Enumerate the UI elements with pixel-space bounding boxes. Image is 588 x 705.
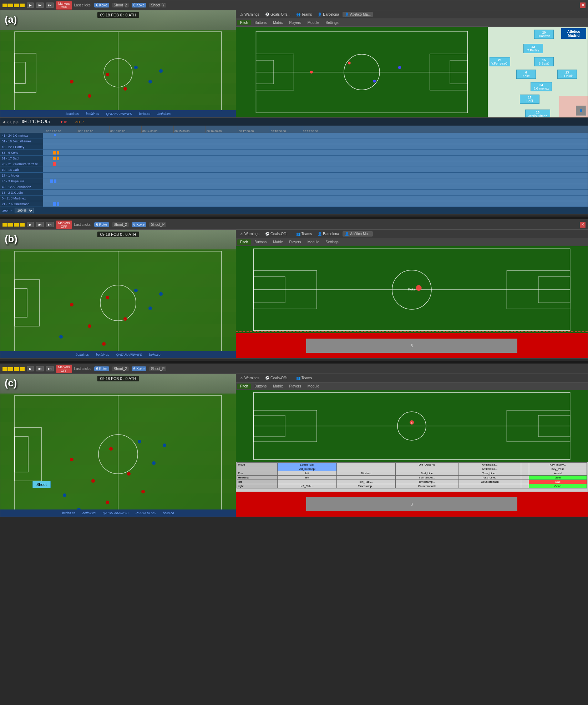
prev-btn-b[interactable]: ⏮ xyxy=(36,222,44,227)
player-15-a[interactable]: 15 S.Savič xyxy=(534,57,554,66)
track-content-koke[interactable] xyxy=(43,150,588,155)
matrix-cell-lefttabl2[interactable]: left_Tabl... xyxy=(278,484,337,488)
player-21-a[interactable]: 21 Y.FerreiraC. xyxy=(490,57,510,66)
nav-atletico-b[interactable]: 👤 Atlético Ma... xyxy=(343,231,373,237)
matrix-cell-empty6[interactable] xyxy=(521,471,529,476)
player-6-a[interactable]: 6 Koke xyxy=(516,70,536,79)
matrix-cell-badline[interactable]: Bad_Line xyxy=(395,471,458,476)
matrix-cell-keypass[interactable]: Key_Pass xyxy=(529,467,587,471)
matrix-cell-antitaktica2[interactable]: Antitaktica... xyxy=(458,467,521,471)
tab-matrix-b[interactable]: Matrix xyxy=(270,239,285,245)
tab-settings-b[interactable]: Settings xyxy=(323,239,341,245)
shoot-button-c[interactable]: Shoot xyxy=(32,481,51,488)
tab-module-c[interactable]: Module xyxy=(305,384,322,389)
tab-players-a[interactable]: Players xyxy=(286,20,304,25)
tab-pitch-b[interactable]: Pitch xyxy=(237,239,251,245)
nav-warnings-a[interactable]: ⚠ Warnings xyxy=(238,12,262,17)
matrix-cell-counterattack2[interactable]: Counterattack xyxy=(395,484,458,488)
tab-buttons-a[interactable]: Buttons xyxy=(252,20,269,25)
track-content-dgodin[interactable] xyxy=(43,190,588,195)
markers-btn-c[interactable]: MarkersOFF xyxy=(56,365,72,373)
matrix-cell-timestamp2[interactable]: Timestamp... xyxy=(337,484,395,488)
matrix-cell-timestamp1[interactable]: Timestamp... xyxy=(395,480,458,484)
track-content-saul[interactable] xyxy=(43,156,588,161)
next-btn-c[interactable]: ⏭ xyxy=(46,366,54,371)
play-btn-a[interactable]: ▶ xyxy=(27,2,34,8)
nav-atletico-a[interactable]: 👤 Atlético Ma... xyxy=(343,12,373,17)
player-18-a[interactable]: 18 JesúsGámez xyxy=(525,110,550,117)
next-btn-b[interactable]: ⏭ xyxy=(46,222,54,227)
next-btn-a[interactable]: ⏭ xyxy=(46,2,54,8)
tab-pitch-c[interactable]: Pitch xyxy=(237,384,251,389)
prev-btn-c[interactable]: ⏮ xyxy=(36,366,44,371)
play-btn-b[interactable]: ▶ xyxy=(27,222,34,227)
player-20-a[interactable]: 20 Juanfran xyxy=(534,30,554,39)
tab-players-c[interactable]: Players xyxy=(286,384,304,389)
matrix-cell-tossline2[interactable]: Toss_Line... xyxy=(458,476,521,480)
click-tag-a-3[interactable]: 6 Koke xyxy=(132,3,146,7)
matrix-cell-empty1[interactable] xyxy=(337,463,395,467)
matrix-cell-empty2[interactable] xyxy=(521,463,529,467)
close-btn-a[interactable]: ✕ xyxy=(580,2,586,8)
tab-matrix-a[interactable]: Matrix xyxy=(270,20,285,25)
matrix-cell-lefttabl1[interactable]: left_Tabl... xyxy=(337,480,395,484)
matrix-cell-valintercept[interactable]: Val_Intercept xyxy=(278,467,337,471)
tab-pitch-a[interactable]: Pitch xyxy=(237,20,251,25)
player-13-a[interactable]: 13 J.Oblak xyxy=(557,70,577,79)
player-17-a[interactable]: 17 Saúl xyxy=(520,95,539,104)
matrix-cell-empty12[interactable] xyxy=(521,484,529,488)
matrix-cell-empty7[interactable] xyxy=(337,476,395,480)
matrix-cell-left1[interactable]: left xyxy=(278,471,337,476)
matrix-cell-counterattack1[interactable]: Counterattack xyxy=(458,480,521,484)
click-tag-a-4[interactable]: Shoot_Y xyxy=(149,3,166,7)
tab-settings-a[interactable]: Settings xyxy=(323,20,341,25)
player-22-a[interactable]: 22 T.Partey xyxy=(523,44,543,53)
track-content-ferreira[interactable] xyxy=(43,161,588,167)
tab-buttons-c[interactable]: Buttons xyxy=(252,384,269,389)
matrix-cell-blocked[interactable]: Blocked xyxy=(337,471,395,476)
click-tag-b-4[interactable]: Shoot_P xyxy=(149,222,166,227)
matrix-cell-empty5[interactable] xyxy=(521,467,529,471)
tab-module-a[interactable]: Module xyxy=(305,20,322,25)
matrix-cell-diffopport[interactable]: Diff_Opportu xyxy=(395,463,458,467)
matrix-cell-buffshoot[interactable]: Buff_Shoot... xyxy=(395,476,458,480)
tab-buttons-b[interactable]: Buttons xyxy=(252,239,269,245)
markers-btn-b[interactable]: MarkersOFF xyxy=(56,220,72,229)
tab-players-b[interactable]: Players xyxy=(286,239,304,245)
nav-goals-a[interactable]: ⚽ Goals-Offs... xyxy=(263,12,293,17)
play-btn-c[interactable]: ▶ xyxy=(27,366,34,371)
click-tag-c-3[interactable]: 6 Koke xyxy=(132,366,146,371)
track-content-jmartinez[interactable] xyxy=(43,196,588,201)
matrix-cell-good[interactable]: Good xyxy=(529,484,587,488)
track-content-gimenez[interactable] xyxy=(43,133,588,138)
matrix-cell-empty8[interactable] xyxy=(521,476,529,480)
track-content-tpartey[interactable] xyxy=(43,144,588,149)
tab-module-b[interactable]: Module xyxy=(305,239,322,245)
matrix-cell-empty10[interactable] xyxy=(521,480,529,484)
click-tag-a-2[interactable]: Shoot_2 xyxy=(112,3,129,7)
tab-matrix-c[interactable]: Matrix xyxy=(270,384,285,389)
click-tag-a-1[interactable]: 6 Koke xyxy=(94,3,109,7)
nav-warnings-b[interactable]: ⚠ Warnings xyxy=(238,231,262,237)
matrix-cell-goal[interactable]: Goal xyxy=(529,476,587,480)
click-tag-c-4[interactable]: Shoot_P xyxy=(149,366,166,371)
red-zone-inner-b[interactable]: B xyxy=(306,339,517,353)
matrix-cell-empty9[interactable] xyxy=(278,480,337,484)
click-tag-c-1[interactable]: 6 Koke xyxy=(94,366,109,371)
markers-btn-a[interactable]: MarkersOFF xyxy=(56,1,72,10)
nav-barcelona-b[interactable]: 👤 Barcelona xyxy=(315,231,341,237)
click-tag-c-2[interactable]: Shoot_2 xyxy=(112,366,129,371)
matrix-cell-bad[interactable]: Bad xyxy=(529,480,587,484)
close-btn-b[interactable]: ✕ xyxy=(580,222,586,228)
zoom-select-a[interactable]: 100 % 50 % 200 % xyxy=(15,208,34,213)
matrix-cell-empty11[interactable] xyxy=(458,484,521,488)
red-zone-inner-c[interactable]: B xyxy=(306,497,517,511)
nav-goals-b[interactable]: ⚽ Goals-Offs... xyxy=(263,231,293,237)
matrix-cell-keyinvolv[interactable]: Key_Involv... xyxy=(529,463,587,467)
nav-teams-c[interactable]: 👥 Teams xyxy=(294,375,314,381)
click-tag-b-2[interactable]: Shoot_2 xyxy=(112,222,129,227)
nav-warnings-c[interactable]: ⚠ Warnings xyxy=(238,375,262,381)
nav-goals-c[interactable]: ⚽ Goals-Offs... xyxy=(263,375,293,381)
track-content-griezmann[interactable] xyxy=(43,201,588,207)
player-24-a[interactable]: 24 J.Giménez xyxy=(531,82,552,91)
